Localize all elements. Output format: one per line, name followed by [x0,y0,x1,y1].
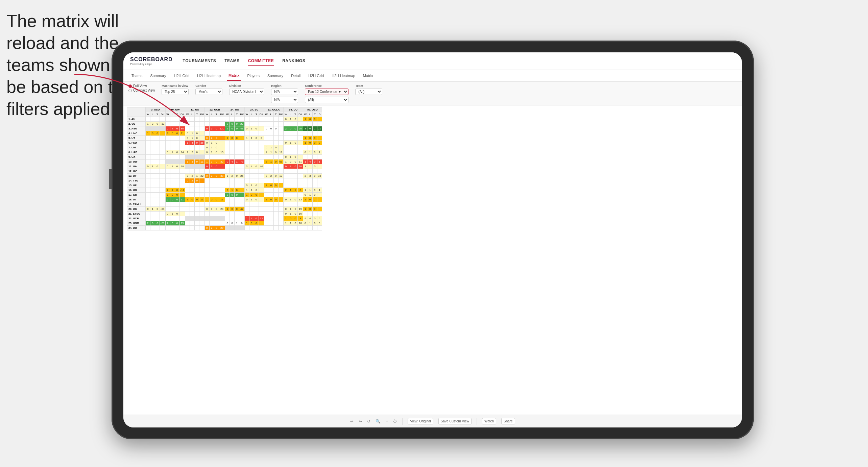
matrix-cell: 0 [214,164,219,169]
matrix-cell [259,169,264,174]
matrix-cell: 2 [214,136,219,141]
sh-w2: W [165,112,170,117]
full-view-option[interactable]: Full View [128,84,155,88]
matrix-cell [195,126,199,131]
matrix-cell [175,226,179,230]
subnav-matrix2[interactable]: Matrix [362,71,375,80]
matrix-cell [269,226,273,230]
matrix-cell [195,164,199,169]
matrix-cell [179,216,185,221]
matrix-cell [244,141,249,145]
sh-t3: T [195,112,199,117]
matrix-cell [303,178,308,183]
matrix-cell [259,188,264,193]
matrix-cell [199,169,205,174]
matrix-cell: 0 [293,221,298,226]
matrix-cell: 0 [155,164,160,169]
compact-view-option[interactable]: Compact View [128,89,155,92]
matrix-cell: 0 [235,207,239,212]
app-content: SCOREBOARD Powered by clippd TOURNAMENTS… [123,52,742,427]
subnav-players[interactable]: Players [246,71,261,80]
matrix-cell: 3 [244,164,249,169]
matrix-cell: 0 [244,183,249,188]
subnav-h2h-grid[interactable]: H2H Grid [172,71,191,80]
matrix-cell [150,183,155,188]
gender-filter: Gender Men's Women's [195,84,222,95]
division-select[interactable]: NCAA Division I NCAA Division II [229,89,264,95]
matrix-cell [273,226,278,230]
matrix-cell [239,155,245,159]
subnav-matrix[interactable]: Matrix [227,71,241,81]
conference-select[interactable]: Pac-12 Conference ▼ (All) [305,89,348,95]
matrix-cell [264,202,269,207]
conference-select-2[interactable]: (All) [305,97,348,103]
matrix-cell: 2 [303,174,308,178]
watch-btn[interactable]: Watch [482,418,496,424]
subnav-detail[interactable]: Detail [290,71,302,80]
matrix-cell [219,216,225,221]
matrix-cell: 14 [179,150,185,155]
share-btn[interactable]: Share [501,418,515,424]
matrix-cell [230,183,235,188]
matrix-cell: 0 [312,174,317,178]
matrix-cell [278,207,284,212]
matrix-cell [204,202,209,207]
matrix-cell [190,216,195,221]
matrix-cell [199,178,205,183]
matrix-cell [170,202,175,207]
matrix-cell [199,216,205,221]
matrix-cell [155,117,160,122]
region-select-2[interactable]: N/A [271,97,298,103]
matrix-cell: 0 [225,159,230,164]
subnav-h2h-heatmap2[interactable]: H2H Heatmap [330,71,357,80]
subnav-h2h-grid2[interactable]: H2H Grid [307,71,325,80]
nav-teams[interactable]: TEAMS [224,57,240,66]
compact-view-radio[interactable] [128,89,132,92]
matrix-cell: 0 [254,164,259,169]
matrix-area[interactable]: 3. ASU 10. UW 11. UA 22. UCB 24. UO 27. … [123,105,742,415]
matrix-cell: 0 [254,188,259,193]
view-original-btn[interactable]: View: Original [408,418,433,424]
matrix-cell: 0 [155,131,160,136]
subnav-teams[interactable]: Teams [130,71,144,80]
matrix-cell: 0 [284,117,288,122]
matrix-cell [199,212,205,216]
matrix-cell [293,122,298,126]
matrix-cell [259,197,264,202]
region-select[interactable]: N/A East West [271,89,298,95]
matrix-cell [195,212,199,216]
matrix-cell [165,183,170,188]
nav-rankings[interactable]: RANKINGS [282,57,305,66]
subnav-h2h-heatmap[interactable]: H2H Heatmap [196,71,222,80]
matrix-cell: 0 [175,126,179,131]
save-custom-btn[interactable]: Save Custom View [438,418,472,424]
matrix-cell: 0 [308,207,312,212]
matrix-cell: 0 [204,174,209,178]
matrix-cell: 0 [254,126,259,131]
conference-filter: Conference Pac-12 Conference ▼ (All) (Al… [305,84,348,103]
matrix-cell [244,131,249,136]
matrix-cell [298,131,303,136]
subnav-summary2[interactable]: Summary [266,71,285,80]
matrix-cell: 1 [288,212,293,216]
matrix-cell: 0 [273,159,278,164]
matrix-cell [230,197,235,202]
matrix-cell: 0 [312,117,317,122]
redo-icon: ↪ [359,419,362,424]
matrix-cell [195,145,199,150]
matrix-cell [225,216,230,221]
team-filter: Team (All) [355,84,382,95]
matrix-cell: 0 [249,221,254,226]
nav-tournaments[interactable]: TOURNAMENTS [183,57,216,66]
subnav-summary[interactable]: Summary [149,71,167,80]
matrix-cell [298,145,303,150]
max-teams-select[interactable]: Top 25 Top 50 [162,89,189,95]
team-select[interactable]: (All) [355,89,382,95]
full-view-radio[interactable] [128,84,132,88]
nav-committee[interactable]: COMMITTEE [248,57,274,66]
matrix-cell: 0 [175,197,179,202]
matrix-cell [219,164,225,169]
matrix-cell: 1 [308,193,312,197]
matrix-cell: 0 [293,197,298,202]
gender-select[interactable]: Men's Women's [195,89,222,95]
